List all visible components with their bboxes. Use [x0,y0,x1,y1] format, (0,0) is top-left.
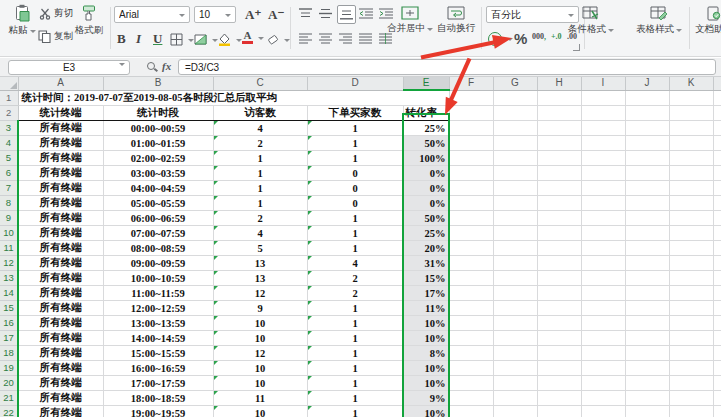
currency-style-button[interactable]: ¥ [488,32,513,46]
decrease-font-button[interactable]: A⁻ [268,7,284,23]
cell-empty[interactable] [537,361,581,376]
cell-empty[interactable] [713,136,721,151]
cell-buyers[interactable]: 2 [307,286,403,301]
cell-terminal[interactable]: 所有终端 [18,301,103,316]
decrease-indent-button[interactable] [359,8,373,19]
cell-empty[interactable] [449,181,493,196]
cell-empty[interactable] [449,331,493,346]
underline-button[interactable]: U [153,31,162,47]
cell-empty[interactable] [625,286,669,301]
cell-buyers[interactable]: 1 [307,226,403,241]
cell-terminal[interactable]: 所有终端 [18,406,103,417]
cell-empty[interactable] [625,376,669,391]
cell-empty[interactable] [669,256,713,271]
percent-style-button[interactable]: % [514,30,527,47]
cell-terminal[interactable]: 所有终端 [18,391,103,406]
cell-empty[interactable] [625,211,669,226]
cell-empty[interactable] [493,271,537,286]
cell-empty[interactable] [493,376,537,391]
cell-empty[interactable] [669,376,713,391]
align-right-button[interactable] [339,33,352,44]
cell-empty[interactable] [493,166,537,181]
conditional-format-button[interactable]: 条件格式 [560,6,622,36]
formula-input[interactable]: =D3/C3 [178,59,716,75]
cell-visitors[interactable]: 2 [213,211,307,226]
doc-assistant-button[interactable]: 文档助手 [694,6,721,36]
cell-empty[interactable] [713,226,721,241]
cell-empty[interactable] [669,301,713,316]
cell-empty[interactable] [537,211,581,226]
column-header-C[interactable]: C [213,77,307,90]
cell-empty[interactable] [493,286,537,301]
cell-rate[interactable]: 31% [403,256,449,271]
row-header-11[interactable]: 11 [0,241,18,256]
fx-icon[interactable]: fx [162,60,171,72]
cell-buyers[interactable]: 1 [307,241,403,256]
align-left-button[interactable] [299,33,312,44]
cell-buyers[interactable]: 0 [307,181,403,196]
cell-empty[interactable] [537,301,581,316]
cell-empty[interactable] [625,406,669,417]
row-header-4[interactable]: 4 [0,136,18,151]
cell-empty[interactable] [537,316,581,331]
cell-period[interactable]: 10:00~10:59 [103,271,213,286]
cell-rate[interactable]: 50% [403,211,449,226]
cell-rate[interactable]: 15% [403,271,449,286]
cell-empty[interactable] [537,196,581,211]
cell-terminal[interactable]: 所有终端 [18,211,103,226]
cell-empty[interactable] [581,166,625,181]
cell-terminal[interactable]: 所有终端 [18,271,103,286]
cell-empty[interactable] [625,271,669,286]
cell-visitors[interactable]: 13 [213,271,307,286]
cell-empty[interactable] [493,331,537,346]
cell-buyers[interactable]: 1 [307,301,403,316]
cell-empty[interactable] [581,151,625,166]
cell-empty[interactable] [713,181,721,196]
cell-buyers[interactable]: 1 [307,406,403,417]
cell-empty[interactable] [493,196,537,211]
cell-empty[interactable] [625,346,669,361]
cell-terminal[interactable]: 所有终端 [18,166,103,181]
cell-empty[interactable] [449,361,493,376]
cell-empty[interactable] [493,301,537,316]
fill-color-button[interactable] [218,33,242,46]
cell-empty[interactable] [493,226,537,241]
cell-terminal[interactable]: 所有终端 [18,151,103,166]
row-header-22[interactable]: 22 [0,406,18,417]
cell-empty[interactable] [669,90,713,106]
cell-empty[interactable] [449,271,493,286]
cell-empty[interactable] [581,106,625,121]
cell-empty[interactable] [669,121,713,136]
cell-empty[interactable] [537,226,581,241]
cell-empty[interactable] [713,406,721,417]
cell-period[interactable]: 09:00~09:59 [103,256,213,271]
cell-empty[interactable] [581,331,625,346]
cell-visitors[interactable]: 1 [213,181,307,196]
clear-format-button[interactable] [266,33,290,46]
cell-empty[interactable] [493,241,537,256]
cell-empty[interactable] [581,361,625,376]
cell-empty[interactable] [581,346,625,361]
cell-empty[interactable] [625,316,669,331]
row-header-2[interactable]: 2 [0,106,18,121]
column-header-K[interactable]: K [669,77,713,90]
cell-rate[interactable]: 10% [403,376,449,391]
cell-empty[interactable] [581,256,625,271]
row-header-8[interactable]: 8 [0,196,18,211]
cell-rate[interactable]: 11% [403,301,449,316]
cell-terminal[interactable]: 所有终端 [18,226,103,241]
cell-empty[interactable] [625,361,669,376]
cell-empty[interactable] [449,346,493,361]
cell-empty[interactable] [669,241,713,256]
cell-empty[interactable] [625,166,669,181]
column-header-partial[interactable] [713,77,721,90]
column-header-D[interactable]: D [307,77,403,90]
cell-empty[interactable] [493,181,537,196]
cell-period[interactable]: 19:00~19:59 [103,406,213,417]
cell-buyers[interactable]: 2 [307,271,403,286]
cell-empty[interactable] [713,346,721,361]
column-header-I[interactable]: I [581,77,625,90]
row-header-17[interactable]: 17 [0,331,18,346]
cell-rate[interactable]: 10% [403,361,449,376]
copy-button[interactable]: 复制 [38,30,73,43]
